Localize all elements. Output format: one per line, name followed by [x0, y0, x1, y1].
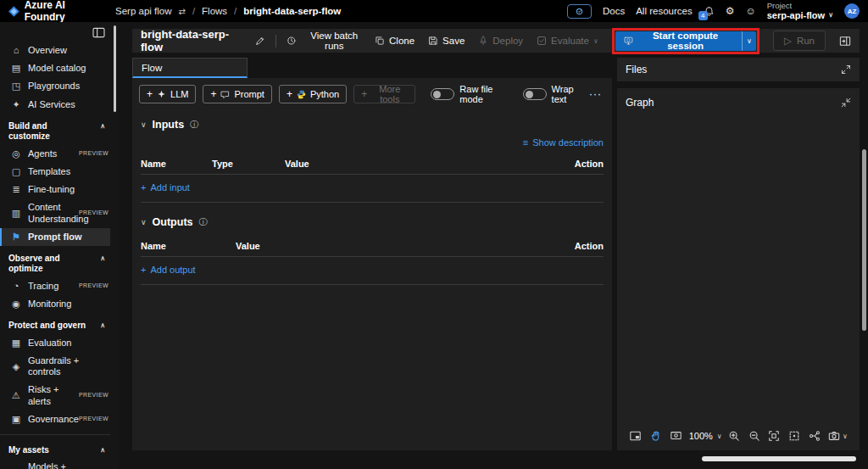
sidebar-item-templates[interactable]: ▢ Templates: [0, 163, 110, 181]
sidebar-item-guardrails-controls[interactable]: ◈ Guardrails + controls: [0, 352, 110, 381]
docs-link[interactable]: Docs: [603, 6, 625, 16]
more-tools-button[interactable]: + More tools: [353, 85, 415, 103]
inputs-info-icon[interactable]: ⓘ: [190, 119, 198, 131]
sidebar-item-governance[interactable]: ▣ Governance PREVIEW: [0, 410, 110, 428]
sidebar-item-overview[interactable]: ⌂ Overview: [0, 42, 110, 59]
risks-alerts-icon: ⚠: [10, 390, 22, 401]
sidebar-item-ai-services[interactable]: ✦ AI Services: [0, 96, 110, 114]
workspace: Flow + LLM + Prompt: [132, 58, 860, 450]
description-lines-icon: ≡: [523, 137, 528, 148]
add-input-link[interactable]: + Add input: [141, 182, 604, 193]
toggle-track: [523, 88, 547, 100]
evaluate-button[interactable]: Evaluate ∨: [537, 36, 598, 46]
flow-title: bright-data-serp-flow: [141, 28, 248, 53]
zoom-level-select[interactable]: 100% ∨: [689, 431, 722, 441]
expand-files-button[interactable]: [841, 64, 851, 75]
sidebar-item-model-catalog[interactable]: ▤ Model catalog: [0, 59, 110, 77]
save-button[interactable]: Save: [428, 36, 465, 46]
wrap-text-toggle[interactable]: Wrap text: [523, 84, 582, 104]
flow-switcher-icon[interactable]: ⇄: [178, 7, 185, 16]
sidebar-item-label: Templates: [28, 166, 108, 177]
open-side-panel-button[interactable]: [839, 36, 851, 47]
screenshot-button[interactable]: ∨: [826, 428, 849, 444]
project-switcher[interactable]: Project serp-api-flow ∨: [767, 2, 833, 21]
clone-label: Clone: [389, 36, 415, 46]
sidebar-item-content-understanding[interactable]: ▥ Content Understanding PREVIEW: [0, 198, 110, 227]
sidebar-section-protect-and-govern[interactable]: Protect and govern ∧: [0, 313, 110, 334]
sidebar-section-observe-and-optimize[interactable]: Observe and optimize ∧: [0, 246, 110, 277]
flow-header: bright-data-serp-flow View batch runs Cl…: [132, 29, 860, 53]
feedback-smiley-icon[interactable]: ☺: [745, 5, 755, 17]
clone-button[interactable]: Clone: [375, 36, 415, 46]
collapse-graph-button[interactable]: [841, 98, 851, 108]
sidebar-item-risks-alerts[interactable]: ⚠ Risks + alerts PREVIEW: [0, 381, 110, 410]
sidebar-item-evaluation[interactable]: ▦ Evaluation: [0, 334, 110, 352]
zoom-out-button[interactable]: [747, 428, 762, 444]
sidebar-item-tracing[interactable]: ◔ Tracing PREVIEW: [0, 277, 110, 295]
start-compute-session-button[interactable]: Start compute session: [615, 31, 742, 51]
notifications-button[interactable]: 4: [704, 6, 715, 17]
sidebar-item-playgrounds[interactable]: ◳ Playgrounds: [0, 77, 110, 95]
tab-flow[interactable]: Flow: [132, 58, 248, 78]
toolbar-overflow-button[interactable]: ···: [589, 88, 605, 100]
graph-canvas[interactable]: [617, 109, 860, 450]
copilot-button[interactable]: [567, 4, 592, 19]
edit-flow-name-button[interactable]: [255, 36, 265, 46]
vertical-scrollbar-thumb[interactable]: [862, 149, 866, 331]
run-label: Run: [797, 36, 815, 46]
add-python-button[interactable]: + Python: [279, 85, 347, 103]
zoom-in-button[interactable]: [726, 428, 742, 444]
start-compute-session-label: Start compute session: [638, 31, 733, 51]
settings-gear-icon[interactable]: ⚙: [726, 5, 735, 17]
breadcrumb-flows[interactable]: Flows: [202, 6, 227, 16]
chevron-up-icon: ∧: [100, 254, 105, 262]
home-link[interactable]: Azure AI Foundry: [8, 0, 107, 23]
sidebar-section-build-and-customize[interactable]: Build and customize ∧: [0, 114, 110, 145]
add-llm-button[interactable]: + LLM: [139, 85, 196, 103]
pencil-icon: [255, 36, 265, 46]
outputs-collapse-chevron-icon[interactable]: ∨: [141, 218, 147, 226]
show-description-link[interactable]: ≡ Show description: [523, 137, 604, 148]
view-batch-runs-button[interactable]: View batch runs: [287, 31, 368, 51]
auto-layout-button[interactable]: [807, 428, 822, 444]
sidebar-item-label: AI Services: [28, 99, 108, 110]
add-prompt-button[interactable]: + Prompt: [203, 85, 271, 103]
top-app-bar: Azure AI Foundry Serp api flow ⇄ / Flows…: [0, 0, 868, 22]
sidebar-item-models-endpoints[interactable]: ⊙ Models + endpoints: [0, 458, 110, 469]
presentation-view-button[interactable]: [668, 428, 684, 444]
toggle-knob: [433, 91, 441, 98]
preview-badge: PREVIEW: [79, 416, 108, 422]
raw-file-mode-toggle[interactable]: Raw file mode: [431, 84, 507, 104]
sidebar-section-my-assets[interactable]: My assets ∧: [0, 438, 110, 459]
horizontal-scrollbar-thumb[interactable]: [702, 456, 856, 461]
actual-size-button[interactable]: [787, 428, 802, 444]
inputs-collapse-chevron-icon[interactable]: ∨: [141, 120, 147, 129]
fine-tuning-icon: ≣: [10, 184, 22, 195]
collapse-diagonal-icon: [841, 98, 851, 108]
pan-tool-button[interactable]: [648, 428, 664, 444]
deploy-button[interactable]: Deploy: [478, 36, 523, 46]
account-avatar[interactable]: AZ: [844, 3, 860, 19]
tab-bar: Flow: [132, 58, 612, 78]
sidebar-item-prompt-flow[interactable]: ⚑ Prompt flow: [0, 228, 110, 246]
outputs-title: Outputs: [153, 216, 193, 228]
all-resources-link[interactable]: All resources: [636, 6, 692, 16]
start-compute-session-menu-button[interactable]: ∨: [742, 31, 756, 51]
add-output-link[interactable]: + Add output: [141, 265, 604, 275]
evaluate-icon: [537, 36, 547, 46]
save-icon: [428, 36, 438, 46]
sidebar-item-label: Models + endpoints: [28, 461, 108, 469]
breadcrumb-flow-name[interactable]: Serp api flow: [115, 6, 171, 16]
add-output-label: Add output: [150, 265, 195, 275]
outputs-info-icon[interactable]: ⓘ: [199, 216, 208, 228]
project-name: serp-api-flow: [767, 10, 825, 20]
fit-to-screen-button[interactable]: [766, 428, 782, 444]
sidebar-item-agents[interactable]: ◎ Agents PREVIEW: [0, 145, 110, 163]
collapse-sidebar-button[interactable]: [92, 27, 105, 38]
sidebar-item-monitoring[interactable]: ◉ Monitoring: [0, 295, 110, 313]
python-icon: [297, 90, 306, 99]
run-button[interactable]: ▷ Run: [773, 31, 826, 51]
sidebar-scrollbar-thumb[interactable]: [114, 25, 116, 112]
minimap-toggle-button[interactable]: [627, 428, 643, 444]
sidebar-item-fine-tuning[interactable]: ≣ Fine-tuning: [0, 181, 110, 198]
